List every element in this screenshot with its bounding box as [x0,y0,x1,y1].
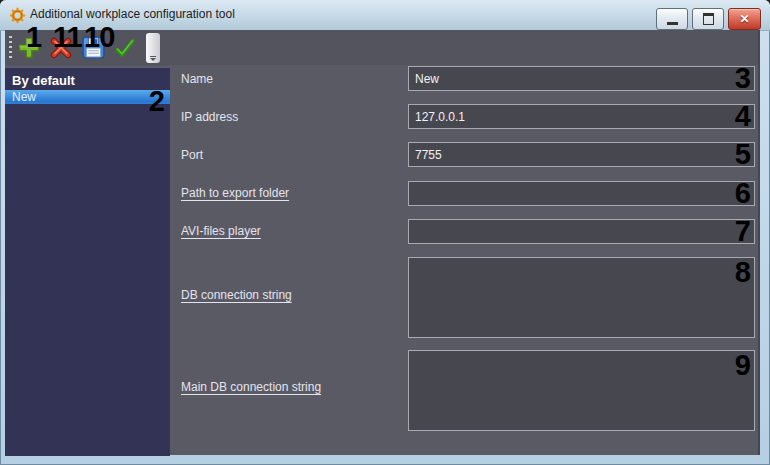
save-button[interactable] [78,33,108,63]
name-field-row: 3 [408,66,755,91]
main-db-connection-textarea[interactable] [408,350,755,431]
avi-player-label[interactable]: AVI-files player [181,224,261,238]
ip-address-input[interactable] [408,104,755,129]
export-folder-input[interactable] [408,181,755,206]
db-connection-textarea[interactable] [408,257,755,338]
avi-player-input[interactable] [408,219,755,244]
delete-button[interactable] [46,33,76,63]
settings-form: Name 3 IP address 4 Port 5 Path to expor… [170,65,758,455]
add-button[interactable] [14,33,44,63]
app-window: Additional workplace configuration tool … [0,0,770,465]
minimize-icon [667,22,678,25]
list-item-new[interactable]: New 2 [5,90,170,104]
name-input[interactable] [408,66,755,91]
port-input[interactable] [408,142,755,167]
toolbar-grip[interactable] [9,36,12,60]
toolbar-overflow-button[interactable] [146,33,160,63]
minimize-button[interactable] [656,8,688,30]
workplace-list: By default New 2 [5,67,170,456]
main-db-connection-label[interactable]: Main DB connection string [181,380,321,394]
name-label: Name [181,72,213,86]
ip-address-label: IP address [181,110,238,124]
client-area: By default New 2 Name 3 IP address 4 Por… [5,30,760,455]
delete-x-icon [49,36,73,60]
chevron-down-icon [150,58,156,61]
maximize-icon [703,13,714,25]
maximize-button[interactable] [692,8,724,30]
plus-icon [17,36,41,60]
main-db-connection-field-row: 9 [408,350,755,435]
close-icon: ✕ [739,13,749,25]
db-connection-label[interactable]: DB connection string [181,288,292,302]
window-title: Additional workplace configuration tool [30,7,235,21]
gear-app-icon [9,7,26,24]
overflow-bar-icon [150,56,156,57]
export-folder-label[interactable]: Path to export folder [181,186,289,200]
save-floppy-icon [81,35,106,60]
annotation-2: 2 [149,87,164,116]
port-field-row: 5 [408,142,755,167]
export-folder-field-row: 6 [408,181,755,206]
avi-player-field-row: 7 [408,219,755,244]
db-connection-field-row: 8 [408,257,755,342]
toolbar [5,30,758,65]
close-button[interactable]: ✕ [728,8,761,30]
ip-field-row: 4 [408,104,755,129]
title-bar[interactable]: Additional workplace configuration tool … [0,0,770,31]
port-label: Port [181,148,203,162]
list-header-by-default: By default [5,68,170,90]
list-item-label: New [12,90,36,104]
check-icon [113,36,137,60]
apply-button[interactable] [110,33,140,63]
